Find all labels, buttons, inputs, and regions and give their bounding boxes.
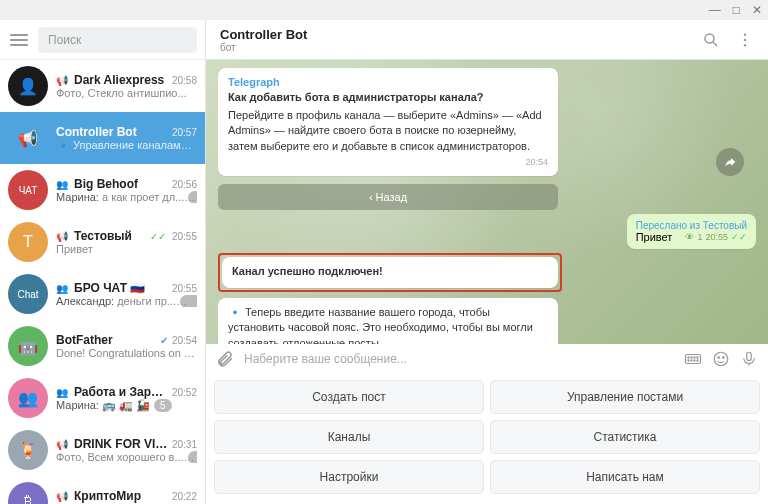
mic-icon[interactable]	[740, 350, 758, 368]
keyboard-button[interactable]: Каналы	[214, 420, 484, 454]
search-input[interactable]: Поиск	[38, 27, 197, 53]
avatar: 🍹	[8, 430, 48, 470]
message-input[interactable]: Наберите ваше сообщение...	[244, 352, 674, 366]
unread-badge: 5	[154, 399, 172, 412]
window-minimize-icon[interactable]: —	[709, 3, 721, 17]
svg-point-7	[691, 357, 692, 358]
chat-list-item[interactable]: ₿📢КриптоМир20:22Фото	[0, 476, 205, 504]
svg-line-1	[713, 42, 717, 46]
views-count: 1	[697, 232, 702, 242]
chat-list-item[interactable]: ЧАТ👥Big Behoof20:56Марина: а как проет д…	[0, 164, 205, 216]
message-title: Как добавить бота в администраторы канал…	[228, 90, 548, 105]
keyboard-button[interactable]: Создать пост	[214, 380, 484, 414]
bot-message: Telegraph Как добавить бота в администра…	[218, 68, 558, 176]
bot-message: 🔹Теперь введите название вашего города, …	[218, 298, 558, 344]
group-icon: 👥	[56, 179, 68, 190]
svg-point-15	[718, 357, 720, 359]
avatar: 👤	[8, 66, 48, 106]
more-icon[interactable]	[736, 31, 754, 49]
window-close-icon[interactable]: ✕	[752, 3, 762, 17]
sender-name: Марина:	[56, 191, 102, 203]
keyboard-button[interactable]: Статистика	[490, 420, 760, 454]
chat-name: Dark Aliexpress	[74, 73, 168, 87]
chat-time: 20:58	[172, 75, 197, 86]
bot-message: Канал успешно подключен!	[222, 257, 558, 288]
channel-icon: 📢	[56, 491, 68, 502]
svg-point-16	[723, 357, 725, 359]
chat-time: 20:22	[172, 491, 197, 502]
chat-name: Тестовый	[74, 229, 146, 243]
message-body: Перейдите в профиль канала — выберите «A…	[228, 108, 548, 154]
chat-list-item[interactable]: 📢Controller Bot20:57🔹Управление каналами…	[0, 112, 205, 164]
chat-preview: Александр: деньги пр...112	[56, 295, 197, 307]
svg-point-9	[697, 357, 698, 358]
svg-point-13	[697, 360, 698, 361]
chat-time: 20:55	[172, 283, 197, 294]
svg-point-2	[744, 33, 746, 35]
chat-time: 20:56	[172, 179, 197, 190]
message-time: 20:54	[228, 156, 548, 169]
forward-time: 20:55	[705, 232, 728, 242]
keyboard-button[interactable]: Управление постами	[490, 380, 760, 414]
highlight-annotation: Канал успешно подключен!	[218, 253, 562, 292]
message-title: Канал успешно подключен!	[232, 264, 548, 279]
chat-list-item[interactable]: 🤖BotFather✔20:54Done! Congratulations on…	[0, 320, 205, 372]
chat-name: BotFather	[56, 333, 156, 347]
window-maximize-icon[interactable]: □	[733, 3, 740, 17]
chat-name: DRINK FOR VIRGI...	[74, 437, 168, 451]
message-link[interactable]: Telegraph	[228, 75, 548, 90]
keyboard-button[interactable]: Написать нам	[490, 460, 760, 494]
read-tick-icon: ✓✓	[150, 231, 166, 242]
group-icon: 👥	[56, 283, 68, 294]
chat-name: БРО ЧАТ 🇷🇺	[74, 281, 168, 295]
attach-icon[interactable]	[216, 350, 234, 368]
svg-rect-5	[686, 355, 701, 364]
chat-preview: Марина: а как проет дл...8	[56, 191, 197, 203]
chat-preview: Фото, Всем хорошего в...3	[56, 451, 197, 463]
chat-title: Controller Bot	[220, 27, 702, 42]
group-icon: 👥	[56, 387, 68, 398]
chat-list-item[interactable]: 🍹📢DRINK FOR VIRGI...20:31Фото, Всем хоро…	[0, 424, 205, 476]
message-body: Теперь введите название вашего города, ч…	[228, 306, 533, 344]
chat-preview: Привет	[56, 243, 197, 255]
chat-time: 20:57	[172, 127, 197, 138]
menu-icon[interactable]	[8, 29, 30, 51]
chat-list: 👤📢Dark Aliexpress20:58Фото, Стекло антиш…	[0, 60, 205, 504]
chat-list-item[interactable]: 👤📢Dark Aliexpress20:58Фото, Стекло антиш…	[0, 60, 205, 112]
svg-point-10	[688, 360, 689, 361]
chat-name: КриптоМир	[74, 489, 168, 503]
chat-preview: 🔹Управление каналами ...	[56, 139, 197, 152]
chat-list-item[interactable]: 👥👥Работа и Зараб...20:52Марина: 🚌 🚛 🚂5	[0, 372, 205, 424]
chat-preview: Марина: 🚌 🚛 🚂5	[56, 399, 197, 412]
forwarded-message: Переслано из Тестовый Привет 👁 1 20:55 ✓…	[627, 214, 756, 249]
channel-icon: 📢	[56, 231, 68, 242]
svg-point-4	[744, 44, 746, 46]
forward-text: Привет	[636, 231, 673, 243]
avatar: 📢	[8, 118, 48, 158]
chat-subtitle: бот	[220, 42, 702, 53]
emoji-icon[interactable]	[712, 350, 730, 368]
svg-point-6	[688, 357, 689, 358]
sender-name: Марина:	[56, 399, 102, 411]
svg-point-14	[714, 352, 728, 366]
chat-preview: Фото, Стекло антишпио...	[56, 87, 197, 99]
chat-list-item[interactable]: Т📢Тестовый✓✓20:55Привет	[0, 216, 205, 268]
verified-icon: ✔	[160, 335, 168, 346]
inline-button-back[interactable]: ‹ Назад	[218, 184, 558, 210]
chat-name: Controller Bot	[56, 125, 168, 139]
chat-preview: Done! Congratulations on yo...	[56, 347, 197, 359]
chat-list-item[interactable]: Chat👥БРО ЧАТ 🇷🇺20:55Александр: деньги пр…	[0, 268, 205, 320]
keyboard-button[interactable]: Настройки	[214, 460, 484, 494]
views-icon: 👁	[685, 232, 694, 242]
chat-time: 20:52	[172, 387, 197, 398]
svg-point-8	[694, 357, 695, 358]
forward-label: Переслано из Тестовый	[636, 220, 747, 231]
channel-icon: 📢	[56, 75, 68, 86]
keyboard-icon[interactable]	[684, 350, 702, 368]
search-icon[interactable]	[702, 31, 720, 49]
sender-name: Александр:	[56, 295, 117, 307]
chat-name: Big Behoof	[74, 177, 168, 191]
avatar: 🤖	[8, 326, 48, 366]
channel-icon: 📢	[56, 439, 68, 450]
avatar: 👥	[8, 378, 48, 418]
